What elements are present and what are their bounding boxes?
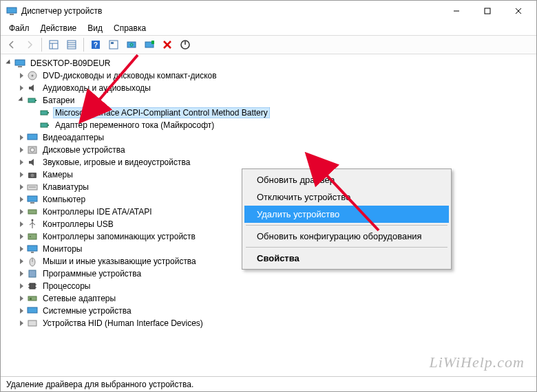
toolbar-forward-button[interactable] xyxy=(21,36,38,53)
tree-label: Видеоадаптеры xyxy=(41,132,106,143)
context-menu[interactable]: Обновить драйвер Отключить устройство Уд… xyxy=(242,168,452,270)
tree-category-hid[interactable]: Устройства HID (Human Interface Devices) xyxy=(1,317,536,329)
toolbar-uninstall-button[interactable] xyxy=(159,36,176,53)
svg-rect-0 xyxy=(7,8,17,13)
svg-rect-47 xyxy=(31,252,34,253)
expander-icon[interactable] xyxy=(17,96,25,105)
menu-help[interactable]: Справка xyxy=(109,22,150,34)
svg-rect-33 xyxy=(28,134,37,140)
toolbar-update-button[interactable] xyxy=(123,36,140,53)
tree-root[interactable]: DESKTOP-B09DEUR xyxy=(1,57,536,69)
tree-category-cpu[interactable]: Процессоры xyxy=(1,280,536,292)
menu-file[interactable]: Файл xyxy=(5,22,34,34)
tree-category-disk[interactable]: Дисковые устройства xyxy=(1,144,536,156)
processor-icon xyxy=(27,281,38,292)
toolbar-view-button[interactable] xyxy=(45,36,62,53)
tree-category-video[interactable]: Видеоадаптеры xyxy=(1,131,536,144)
tree-label: Системные устройства xyxy=(41,305,134,316)
svg-text:?: ? xyxy=(94,41,98,49)
tree-label: Батареи xyxy=(41,95,76,106)
context-uninstall-device[interactable]: Удалить устройство xyxy=(244,206,449,223)
context-scan-hardware[interactable]: Обновить конфигурацию оборудования xyxy=(244,228,449,245)
disk-drive-icon xyxy=(27,144,38,155)
storage-controller-icon xyxy=(27,231,38,242)
tree-label: Дисковые устройства xyxy=(41,144,127,155)
svg-rect-58 xyxy=(28,307,37,313)
svg-rect-24 xyxy=(18,66,22,67)
tree-category-system[interactable]: Системные устройства xyxy=(1,305,536,317)
tree-device-battery-acpi[interactable]: Microsoft Surface ACPI-Compliant Control… xyxy=(1,107,536,119)
expander-icon[interactable] xyxy=(17,257,25,265)
expander-icon[interactable] xyxy=(17,133,25,142)
context-disable-device[interactable]: Отключить устройство xyxy=(244,188,449,206)
tree-label: Сетевые адаптеры xyxy=(41,293,118,304)
svg-rect-23 xyxy=(15,60,25,65)
expander-icon[interactable] xyxy=(17,84,25,92)
maximize-button[interactable] xyxy=(472,1,503,21)
context-update-driver[interactable]: Обновить драйвер xyxy=(244,171,449,188)
close-button[interactable] xyxy=(503,1,534,21)
tree-category-soundvideo[interactable]: Звуковые, игровые и видеоустройства xyxy=(1,156,536,168)
tree-label: Процессоры xyxy=(41,281,93,292)
tree-label: Мыши и иные указывающие устройства xyxy=(41,256,198,267)
network-adapter-icon xyxy=(27,293,38,304)
display-adapter-icon xyxy=(27,132,38,143)
minimize-button[interactable] xyxy=(441,1,472,21)
tree-category-battery[interactable]: Батареи xyxy=(1,94,536,107)
expander-icon[interactable] xyxy=(17,270,25,278)
expander-icon[interactable] xyxy=(17,220,25,228)
expander-icon[interactable] xyxy=(17,208,25,216)
svg-rect-51 xyxy=(30,283,35,289)
expander-icon[interactable] xyxy=(17,294,25,303)
tree-label: DESKTOP-B09DEUR xyxy=(28,58,112,69)
expander-icon[interactable] xyxy=(17,245,25,253)
svg-rect-31 xyxy=(41,123,48,127)
expander-icon[interactable] xyxy=(17,146,25,154)
svg-rect-59 xyxy=(28,320,36,326)
svg-rect-40 xyxy=(28,196,37,202)
svg-rect-15 xyxy=(109,41,118,49)
tree-label: Компьютер xyxy=(41,194,87,205)
svg-rect-56 xyxy=(28,296,36,301)
toolbar-back-button[interactable] xyxy=(3,36,20,53)
svg-point-43 xyxy=(32,219,34,221)
toolbar-scan-button[interactable] xyxy=(141,36,158,53)
device-tree-panel[interactable]: DESKTOP-B09DEUR DVD-дисководы и дисковод… xyxy=(1,54,536,376)
battery-icon xyxy=(39,120,50,131)
tree-label-selected: Microsoft Surface ACPI-Compliant Control… xyxy=(53,107,270,118)
expander-icon[interactable] xyxy=(17,319,25,327)
tree-label: Программные устройства xyxy=(41,268,143,279)
expander-icon[interactable] xyxy=(17,282,25,290)
toolbar-disable-button[interactable] xyxy=(177,36,193,53)
menu-view[interactable]: Вид xyxy=(83,22,107,34)
context-properties[interactable]: Свойства xyxy=(244,250,449,267)
mouse-icon xyxy=(27,256,38,267)
tree-category-network[interactable]: Сетевые адаптеры xyxy=(1,292,536,305)
expander-icon[interactable] xyxy=(17,307,25,315)
toolbar-details-button[interactable] xyxy=(63,36,80,53)
monitor-icon xyxy=(27,243,38,254)
svg-rect-57 xyxy=(30,298,32,300)
expander-icon[interactable] xyxy=(17,72,25,80)
expander-icon[interactable] xyxy=(17,232,25,241)
toolbar: ? xyxy=(1,35,536,54)
menu-action[interactable]: Действие xyxy=(36,22,81,34)
expander-icon[interactable] xyxy=(17,183,25,191)
tree-label: Мониторы xyxy=(41,243,84,254)
tree-device-battery-adapter[interactable]: Адаптер переменного тока (Майкрософт) xyxy=(1,119,536,131)
tree-label: Камеры xyxy=(41,169,75,180)
audio-icon xyxy=(27,157,38,168)
expander-icon[interactable] xyxy=(17,158,25,166)
svg-rect-50 xyxy=(29,270,36,277)
toolbar-properties-button[interactable] xyxy=(105,36,122,53)
svg-rect-41 xyxy=(30,202,34,204)
svg-point-26 xyxy=(32,75,34,77)
window-title: Диспетчер устройств xyxy=(21,6,441,16)
toolbar-help-button[interactable]: ? xyxy=(87,36,104,53)
expander-icon[interactable] xyxy=(17,195,25,204)
expander-icon[interactable] xyxy=(5,59,13,67)
tree-category-audio[interactable]: Аудиовходы и аудиовыходы xyxy=(1,82,536,94)
tree-category-dvd[interactable]: DVD-дисководы и дисководы компакт-дисков xyxy=(1,69,536,82)
titlebar: Диспетчер устройств xyxy=(1,1,536,21)
expander-icon[interactable] xyxy=(17,171,25,179)
